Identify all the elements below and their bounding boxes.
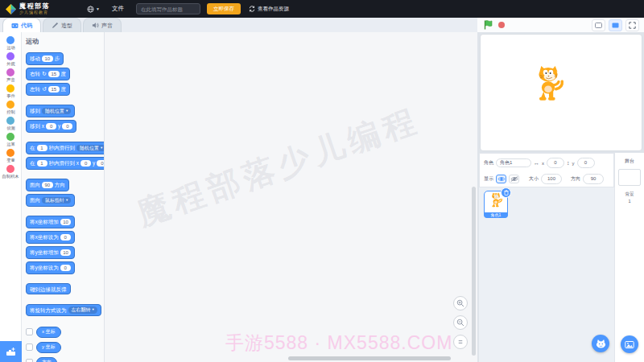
monitor-checkbox[interactable] — [26, 343, 33, 351]
rotate-icon: ↻ — [42, 71, 47, 76]
category-item[interactable]: 外观 — [6, 52, 15, 66]
block-number-input[interactable]: 15 — [48, 86, 60, 93]
block-number-input[interactable]: 0 — [62, 123, 72, 130]
palette-block[interactable]: 移动10步 — [26, 52, 64, 65]
block-number-input[interactable]: 0 — [46, 123, 56, 130]
block-number-input[interactable]: 10 — [60, 249, 72, 257]
block-number-input[interactable]: 1 — [37, 145, 47, 152]
palette-block[interactable]: 将x坐标增加10 — [26, 216, 75, 228]
stop-button[interactable] — [498, 22, 505, 28]
app-logo[interactable]: 魔程部落 少儿编程教育 — [6, 3, 50, 14]
palette-block[interactable]: 移到 x0y0 — [26, 120, 76, 133]
stage-selector[interactable]: 舞台 背景 1 — [614, 153, 644, 362]
category-label: 声音 — [6, 77, 14, 82]
zoom-out-button[interactable] — [453, 315, 468, 330]
fullscreen-button[interactable] — [625, 19, 639, 31]
block-text: 方向 — [55, 182, 65, 187]
block-text: 面向 — [30, 182, 40, 187]
add-backdrop-button[interactable] — [621, 335, 638, 353]
block-text: 在 — [30, 160, 35, 166]
project-title-input[interactable] — [136, 3, 200, 14]
green-flag-button[interactable] — [484, 20, 493, 30]
large-stage-button[interactable] — [609, 19, 622, 31]
code-icon — [11, 23, 19, 29]
category-label: 外观 — [6, 61, 14, 66]
category-item[interactable]: 声音 — [6, 68, 15, 82]
palette-block[interactable]: 移到随机位置▾ — [26, 105, 75, 117]
hide-sprite-button[interactable] — [509, 175, 519, 183]
palette-block[interactable]: 将y坐标设为0 — [26, 261, 75, 274]
language-selector[interactable]: ▼ — [87, 6, 100, 13]
view-resources-link[interactable]: 查看作品资源 — [249, 6, 289, 13]
cat-sprite[interactable] — [529, 65, 568, 104]
add-extension-button[interactable] — [0, 341, 22, 362]
palette-block[interactable]: 右转↻15度 — [26, 68, 70, 80]
block-number-input[interactable]: 10 — [42, 56, 53, 63]
monitor-row: 方向 — [26, 357, 104, 362]
category-label: 自制积木 — [2, 174, 19, 179]
monitor-reporter-block[interactable]: 方向 — [36, 357, 57, 362]
block-number-input[interactable]: 15 — [48, 71, 60, 78]
sprite-x-field[interactable]: 0 — [547, 158, 564, 168]
category-color-dot — [6, 117, 14, 125]
tab-code[interactable]: 代码 — [2, 18, 41, 32]
sprite-size-field[interactable]: 100 — [541, 174, 562, 184]
monitor-checkbox[interactable] — [26, 359, 33, 362]
small-stage-button[interactable] — [592, 19, 605, 31]
zoom-in-icon — [456, 299, 464, 307]
palette-block[interactable]: 碰到边缘就反弹 — [26, 283, 71, 294]
palette-block[interactable]: 将y坐标增加10 — [26, 246, 75, 259]
block-dropdown[interactable]: 鼠标指针▾ — [42, 197, 71, 204]
stage-controls — [477, 18, 644, 32]
category-item[interactable]: 变量 — [6, 149, 15, 162]
palette-block[interactable]: 在1秒内滑行到 x0y0 — [26, 157, 105, 170]
block-number-input[interactable]: 0 — [60, 265, 71, 272]
add-sprite-button[interactable] — [592, 335, 609, 352]
file-menu[interactable]: 文件 — [112, 5, 124, 13]
zoom-reset-button[interactable] — [453, 335, 468, 349]
palette-block[interactable]: 左转↺15度 — [26, 83, 70, 96]
block-number-input[interactable]: 90 — [42, 182, 53, 189]
delete-sprite-button[interactable] — [501, 187, 511, 198]
vertical-scrollbar[interactable] — [472, 187, 476, 356]
palette-block[interactable]: 将x坐标设为0 — [26, 231, 75, 244]
code-workspace[interactable]: 魔程部落少儿编程 手游5588 · MX5588.COM — [105, 32, 477, 362]
category-item[interactable]: 运动 — [6, 36, 15, 50]
tab-code-label: 代码 — [21, 22, 32, 30]
zoom-in-button[interactable] — [453, 296, 468, 311]
monitor-checkbox[interactable] — [26, 328, 33, 335]
category-item[interactable]: 侦测 — [6, 117, 15, 130]
block-text: 移到 x — [30, 123, 44, 129]
category-item[interactable]: 控制 — [6, 101, 15, 114]
sprite-card[interactable]: 角色1 — [484, 191, 508, 218]
block-number-input[interactable]: 0 — [80, 160, 91, 167]
category-item[interactable]: 运算 — [6, 133, 15, 146]
block-number-input[interactable]: 10 — [60, 219, 72, 226]
show-sprite-button[interactable] — [496, 175, 506, 183]
sprite-direction-field[interactable]: 90 — [583, 174, 604, 184]
sprite-y-field[interactable]: 0 — [577, 158, 595, 168]
block-number-input[interactable]: 0 — [60, 234, 71, 241]
diagonal-watermark: 魔程部落少儿编程 — [131, 79, 477, 236]
sprite-name-input[interactable] — [496, 158, 531, 167]
logo-subtitle: 少儿编程教育 — [19, 10, 50, 14]
block-number-input[interactable]: 0 — [97, 160, 105, 167]
block-text: 将y坐标设为 — [30, 265, 59, 270]
tab-sounds[interactable]: 声音 — [83, 18, 122, 32]
block-dropdown[interactable]: 随机位置▾ — [42, 108, 71, 115]
category-item[interactable]: 事件 — [6, 84, 15, 98]
block-number-input[interactable]: 1 — [37, 160, 47, 167]
category-color-dot — [6, 101, 14, 109]
block-dropdown[interactable]: 随机位置▾ — [76, 145, 105, 152]
palette-block[interactable]: 在1秒内滑行到随机位置▾ — [26, 142, 105, 154]
monitor-reporter-block[interactable]: x 坐标 — [36, 327, 61, 338]
palette-block[interactable]: 面向鼠标指针▾ — [26, 194, 75, 207]
palette-block[interactable]: 面向90方向 — [26, 179, 69, 191]
category-item[interactable]: 自制积木 — [2, 165, 19, 179]
save-button[interactable]: 立即保存 — [207, 3, 241, 14]
block-dropdown[interactable]: 左右翻转▾ — [68, 306, 97, 314]
tab-costumes[interactable]: 造型 — [43, 18, 81, 32]
horizontal-scrollbar[interactable] — [288, 356, 451, 360]
monitor-reporter-block[interactable]: y 坐标 — [36, 342, 61, 353]
palette-block[interactable]: 将旋转方式设为左右翻转▾ — [26, 304, 101, 317]
